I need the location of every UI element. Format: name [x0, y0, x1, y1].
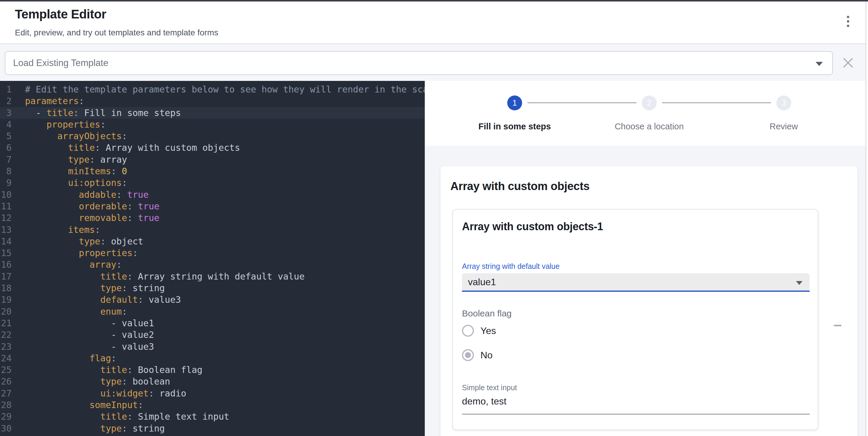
radio-option-yes[interactable]: Yes: [462, 324, 496, 337]
radio-unchecked-icon[interactable]: [462, 325, 474, 337]
radio-dot: [465, 352, 471, 358]
code-text: arrayObjects:: [25, 130, 127, 142]
line-number: 15: [0, 247, 11, 259]
code-text: removable: true: [25, 212, 160, 224]
clear-template-button[interactable]: [841, 56, 855, 70]
minus-icon: [834, 325, 841, 326]
editor-line[interactable]: 24 flag:: [0, 353, 425, 364]
editor-line[interactable]: 20 enum:: [0, 306, 425, 317]
radio-checked-icon[interactable]: [462, 349, 474, 361]
line-number: 10: [0, 189, 11, 200]
code-text: orderable: true: [25, 200, 160, 212]
code-text: properties:: [25, 247, 138, 259]
line-number: 28: [0, 399, 11, 411]
editor-line[interactable]: 14 type: object: [0, 236, 425, 247]
step-form-paper: Array with custom objects Array with cus…: [440, 166, 857, 436]
step-circle-2[interactable]: 2: [642, 96, 657, 110]
combobox-placeholder: Load Existing Template: [13, 58, 108, 68]
editor-line[interactable]: 27 ui:widget: radio: [0, 388, 425, 399]
editor-line[interactable]: 10 addable: true: [0, 189, 425, 200]
code-text: type: array: [25, 154, 127, 165]
yaml-code-editor[interactable]: 1# Edit the template parameters below to…: [0, 81, 425, 436]
editor-line[interactable]: 13 items:: [0, 224, 425, 236]
text-field-label: Simple text input: [462, 383, 517, 392]
editor-line[interactable]: 23 - value3: [0, 341, 425, 353]
scaffolder-stepper: 1Fill in some steps2Choose a location3Re…: [425, 81, 868, 146]
code-text: type: boolean: [25, 376, 170, 387]
editor-line[interactable]: 19 default: value3: [0, 294, 425, 305]
step-circle-1[interactable]: 1: [507, 96, 522, 110]
line-number: 9: [0, 177, 11, 189]
line-number: 25: [0, 364, 11, 376]
editor-line[interactable]: 17 title: Array string with default valu…: [0, 271, 425, 282]
editor-line[interactable]: 7 type: array: [0, 154, 425, 165]
load-template-toolbar: Load Existing Template: [0, 44, 868, 81]
text-field-value[interactable]: demo, test: [462, 396, 506, 407]
text-field-underline: [462, 414, 810, 414]
line-number: 13: [0, 224, 11, 236]
editor-line[interactable]: 5 arrayObjects:: [0, 130, 425, 142]
page-header: Template Editor Edit, preview, and try o…: [0, 1, 868, 44]
line-number: 4: [0, 119, 11, 130]
more-options-button[interactable]: [842, 14, 854, 29]
array-item-title: Array with custom objects-1: [462, 221, 603, 233]
code-text: default: value3: [25, 294, 181, 305]
editor-line[interactable]: 16 array:: [0, 259, 425, 270]
code-text: enum:: [25, 306, 127, 317]
page-title: Template Editor: [15, 6, 106, 22]
load-existing-template-combobox[interactable]: Load Existing Template: [5, 51, 833, 75]
line-number: 3: [0, 107, 11, 119]
code-text: title: Array with custom objects: [25, 142, 240, 154]
line-number: 23: [0, 341, 11, 353]
kebab-menu-icon: [847, 20, 849, 23]
editor-line[interactable]: 2parameters:: [0, 95, 425, 107]
array-item-card: Array with custom objects-1 Array string…: [453, 209, 818, 430]
editor-line[interactable]: 3 - title: Fill in some steps: [0, 107, 425, 119]
radio-option-label: Yes: [480, 325, 496, 336]
editor-line[interactable]: 30 type: string: [0, 423, 425, 434]
code-text: array:: [25, 259, 122, 270]
code-text: title: Simple text input: [25, 411, 229, 422]
editor-line[interactable]: 1# Edit the template parameters below to…: [0, 83, 425, 95]
line-number: 29: [0, 411, 11, 422]
step-label: Review: [730, 121, 837, 132]
line-number: 5: [0, 130, 11, 142]
editor-line[interactable]: 9 ui:options:: [0, 177, 425, 189]
editor-line[interactable]: 18 type: string: [0, 282, 425, 294]
editor-line[interactable]: 29 title: Simple text input: [0, 411, 425, 422]
step-circle-3[interactable]: 3: [776, 96, 791, 110]
code-text: title: Array string with default value: [25, 271, 305, 282]
code-text: flag:: [25, 353, 116, 364]
editor-line[interactable]: 22 - value2: [0, 329, 425, 340]
step-connector: [527, 102, 637, 103]
editor-line[interactable]: 26 type: boolean: [0, 376, 425, 387]
editor-line[interactable]: 12 removable: true: [0, 212, 425, 224]
line-number: 11: [0, 200, 11, 212]
code-text: type: string: [25, 423, 165, 434]
code-text: parameters:: [25, 95, 84, 107]
step-connector: [662, 102, 771, 103]
page-subtitle: Edit, preview, and try out templates and…: [15, 27, 218, 38]
kebab-menu-icon: [847, 16, 849, 18]
editor-line[interactable]: 11 orderable: true: [0, 200, 425, 212]
line-number: 17: [0, 271, 11, 282]
editor-line[interactable]: 28 someInput:: [0, 399, 425, 411]
editor-line[interactable]: 25 title: Boolean flag: [0, 364, 425, 376]
radio-option-no[interactable]: No: [462, 348, 493, 362]
line-number: 2: [0, 95, 11, 107]
editor-line[interactable]: 21 - value1: [0, 317, 425, 329]
code-text: title: Boolean flag: [25, 364, 203, 376]
code-text: - value3: [25, 341, 154, 353]
code-text: items:: [25, 224, 100, 236]
remove-item-button[interactable]: [831, 318, 845, 333]
editor-line[interactable]: 15 properties:: [0, 247, 425, 259]
editor-line[interactable]: 6 title: Array with custom objects: [0, 142, 425, 154]
code-text: - title: Fill in some steps: [25, 107, 181, 119]
array-string-select[interactable]: value1: [462, 273, 810, 292]
line-number: 1: [0, 83, 11, 95]
chevron-down-icon[interactable]: [816, 62, 823, 66]
page-scrollbar[interactable]: [866, 1, 868, 436]
code-text: - value2: [25, 329, 154, 340]
editor-line[interactable]: 4 properties:: [0, 119, 425, 130]
editor-line[interactable]: 8 minItems: 0: [0, 165, 425, 177]
